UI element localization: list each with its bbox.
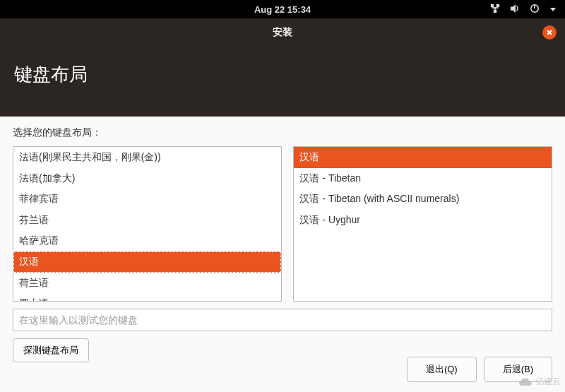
variant-item[interactable]: 汉语 - Uyghur [294,210,552,231]
variant-item[interactable]: 汉语 - Tibetan [294,168,552,189]
window-titlebar: 安装 [0,18,565,47]
page-header: 键盘布局 [0,47,565,117]
layout-item[interactable]: 法语(加拿大) [13,168,281,189]
svg-rect-4 [492,7,499,8]
window-title: 安装 [273,26,292,39]
variant-listbox[interactable]: 汉语汉语 - Tibetan汉语 - Tibetan (with ASCII n… [293,146,552,302]
svg-marker-5 [511,4,516,12]
svg-rect-7 [534,4,535,8]
svg-rect-0 [491,4,494,6]
detect-layout-button[interactable]: 探测键盘布局 [13,338,89,362]
watermark-text: 亿速云 [535,376,561,388]
lists-row: 法语(刚果民主共和国，刚果(金))法语(加拿大)菲律宾语芬兰语哈萨克语汉语荷兰语… [13,146,552,302]
watermark: 亿速云 [518,376,561,388]
chevron-down-icon[interactable] [549,4,557,15]
quit-button[interactable]: 退出(Q) [407,357,477,382]
cloud-icon [518,377,533,387]
svg-rect-2 [494,9,496,12]
network-icon[interactable] [490,4,500,16]
volume-icon[interactable] [510,4,520,16]
svg-rect-1 [496,4,499,6]
layout-item[interactable]: 哈萨克语 [13,230,281,251]
variant-item[interactable]: 汉语 [294,147,552,168]
topbar-indicators[interactable] [490,0,557,18]
layout-item[interactable]: 汉语 [13,251,281,273]
content-area: 选择您的键盘布局： 法语(刚果民主共和国，刚果(金))法语(加拿大)菲律宾语芬兰… [0,117,565,362]
layout-item[interactable]: 黑山语 [13,293,281,302]
power-icon[interactable] [530,4,540,16]
layout-item[interactable]: 菲律宾语 [13,189,281,210]
keyboard-test-input[interactable] [13,309,552,331]
svg-marker-8 [550,8,556,11]
prompt-text: 选择您的键盘布局： [13,126,552,139]
page-title: 键盘布局 [14,64,88,85]
close-icon [546,29,553,36]
system-topbar: Aug 22 15:34 [0,0,565,18]
layout-item[interactable]: 荷兰语 [13,273,281,294]
layout-listbox[interactable]: 法语(刚果民主共和国，刚果(金))法语(加拿大)菲律宾语芬兰语哈萨克语汉语荷兰语… [13,146,282,302]
variant-item[interactable]: 汉语 - Tibetan (with ASCII numerals) [294,189,552,210]
topbar-datetime: Aug 22 15:34 [254,4,311,15]
layout-item[interactable]: 芬兰语 [13,210,281,231]
close-button[interactable] [542,25,557,40]
layout-item[interactable]: 法语(刚果民主共和国，刚果(金)) [13,147,281,168]
